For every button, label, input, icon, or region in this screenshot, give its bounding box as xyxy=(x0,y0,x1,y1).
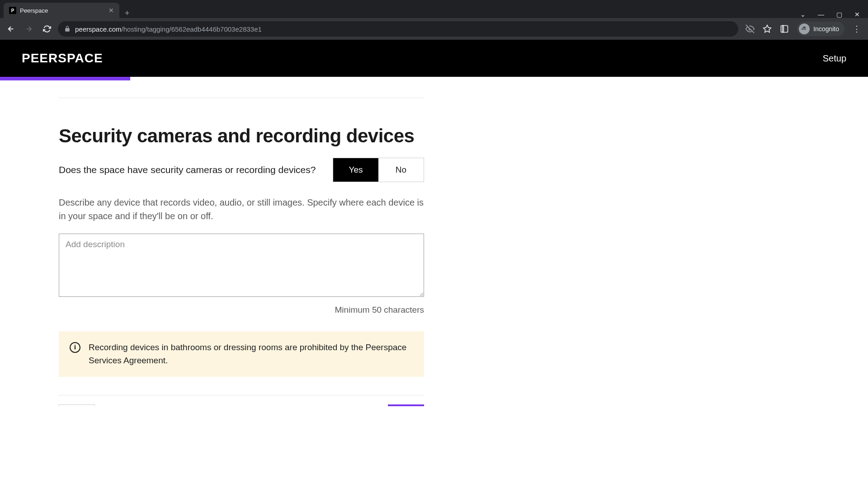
instruction-text: Describe any device that records video, … xyxy=(59,196,424,223)
tab-bar: P Peerspace ✕ + ⌄ — ▢ ✕ xyxy=(0,0,868,18)
logo[interactable]: PEERSPACE xyxy=(22,51,103,66)
extensions-icon[interactable] xyxy=(780,24,789,33)
question-text: Does the space have security cameras or … xyxy=(59,164,316,175)
favicon: P xyxy=(9,7,16,14)
setup-link[interactable]: Setup xyxy=(823,53,846,64)
menu-icon[interactable]: ⋮ xyxy=(853,24,861,34)
site-header: PEERSPACE Setup xyxy=(0,40,868,77)
character-hint: Minimum 50 characters xyxy=(59,305,424,315)
chevron-down-icon[interactable]: ⌄ xyxy=(799,11,807,18)
question-row: Does the space have security cameras or … xyxy=(59,158,424,182)
next-button-partial[interactable] xyxy=(388,404,424,406)
star-icon[interactable] xyxy=(763,24,772,33)
url-text: peerspace.com/hosting/tagging/6562eadb44… xyxy=(75,25,262,33)
page-title: Security cameras and recording devices xyxy=(59,125,424,147)
info-icon: i xyxy=(70,342,80,353)
main-content: Security cameras and recording devices D… xyxy=(59,80,424,406)
eye-off-icon[interactable] xyxy=(745,24,755,33)
incognito-label: Incognito xyxy=(813,25,839,33)
browser-tab[interactable]: P Peerspace ✕ xyxy=(4,3,119,18)
incognito-icon xyxy=(799,23,810,34)
maximize-icon[interactable]: ▢ xyxy=(835,11,843,18)
reload-button[interactable] xyxy=(40,22,54,36)
yes-no-toggle: Yes No xyxy=(333,158,424,182)
svg-rect-1 xyxy=(783,26,784,33)
no-button[interactable]: No xyxy=(378,158,424,182)
tab-title: Peerspace xyxy=(20,7,105,14)
description-input[interactable] xyxy=(59,234,424,297)
browser-chrome: P Peerspace ✕ + ⌄ — ▢ ✕ peerspace.com/ho… xyxy=(0,0,868,40)
notice-text: Recording devices in bathrooms or dressi… xyxy=(89,341,413,367)
notice-banner: i Recording devices in bathrooms or dres… xyxy=(59,331,424,377)
forward-button[interactable] xyxy=(22,22,36,36)
divider xyxy=(59,98,424,98)
close-window-icon[interactable]: ✕ xyxy=(854,11,861,18)
incognito-badge[interactable]: Incognito xyxy=(797,22,844,36)
new-tab-button[interactable]: + xyxy=(119,9,135,18)
close-tab-icon[interactable]: ✕ xyxy=(108,7,114,14)
progress-fill xyxy=(0,77,130,80)
page-viewport: PEERSPACE Setup Security cameras and rec… xyxy=(0,40,868,488)
divider xyxy=(59,395,424,395)
bottom-nav xyxy=(59,404,424,406)
yes-button[interactable]: Yes xyxy=(333,158,378,182)
minimize-icon[interactable]: — xyxy=(817,11,825,18)
svg-rect-0 xyxy=(781,26,788,33)
back-button-partial[interactable] xyxy=(59,404,95,406)
back-button[interactable] xyxy=(4,22,18,36)
progress-bar xyxy=(0,77,868,80)
url-bar[interactable]: peerspace.com/hosting/tagging/6562eadb44… xyxy=(58,21,738,37)
lock-icon xyxy=(64,26,71,32)
address-bar: peerspace.com/hosting/tagging/6562eadb44… xyxy=(0,18,868,40)
